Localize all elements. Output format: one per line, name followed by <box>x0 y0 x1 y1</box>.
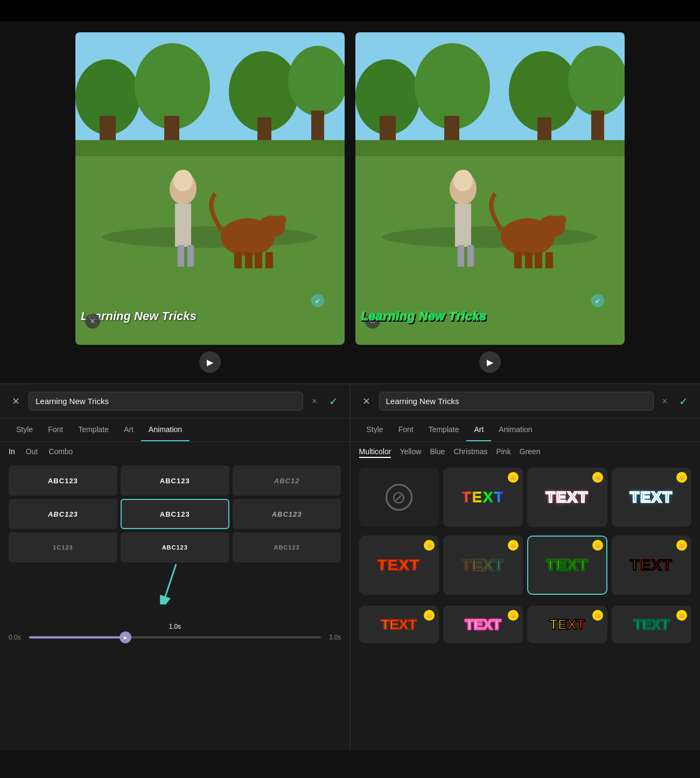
crown-orange: 👑 <box>424 540 435 551</box>
art-cell-multicolor[interactable]: 👑 TEXT <box>443 536 523 595</box>
svg-point-16 <box>173 170 193 191</box>
tab-right-animation[interactable]: Animation <box>491 419 540 441</box>
art-cell-b3[interactable]: 👑 TEXT <box>527 606 607 643</box>
anim-label-1: ABC123 <box>48 477 78 485</box>
crown-b1: 👑 <box>424 610 435 621</box>
art-cell-b1[interactable]: 👑 TEXT <box>359 606 439 643</box>
anim-cell-9[interactable]: ABC123 <box>233 532 341 562</box>
art-grid-row3: 👑 TEXT 👑 TEXT 👑 TEXT 👑 TEXT <box>351 601 701 648</box>
art-filter-row: Multicolor Yellow Blue Christmas Pink Gr… <box>351 442 701 463</box>
no-style-icon: ⊘ <box>386 484 412 511</box>
timeline-bar[interactable]: ▶ <box>29 636 321 638</box>
play-button-right[interactable]: ▶ <box>479 351 501 373</box>
art-label-pink: TEXT <box>546 489 589 506</box>
confirm-right-button[interactable]: ✓ <box>676 394 691 409</box>
tab-left-art[interactable]: Art <box>116 419 141 441</box>
anim-label-4: ABC123 <box>48 510 78 518</box>
svg-rect-14 <box>178 245 184 267</box>
caption-text-right: Learning New Tricks <box>361 309 487 323</box>
timeline-end: 3.0s <box>325 634 341 641</box>
filter-yellow[interactable]: Yellow <box>400 447 421 458</box>
text-input-left[interactable] <box>29 392 303 411</box>
art-label-multicolor: TEXT <box>461 557 505 574</box>
video-panel-left: ✕ Learning New Tricks ↙ ▶ <box>75 32 345 373</box>
tab-left-font[interactable]: Font <box>40 419 71 441</box>
art-cell-orange[interactable]: 👑 TEXT <box>359 536 439 595</box>
video-area: ✕ Learning New Tricks ↙ ▶ <box>0 22 700 384</box>
tab-left-animation[interactable]: Animation <box>141 419 190 441</box>
art-cell-b2[interactable]: 👑 TEXT <box>443 606 523 643</box>
svg-rect-20 <box>234 252 242 268</box>
art-cell-blue-outline[interactable]: 👑 TEXT <box>612 468 691 527</box>
art-cell-none[interactable]: ⊘ <box>359 468 439 527</box>
art-cell-rainbow[interactable]: 👑 TEXT <box>443 468 523 527</box>
top-bar <box>0 0 700 22</box>
timeline-fill <box>29 636 125 638</box>
clear-left-button[interactable]: × <box>309 395 320 407</box>
filter-pink[interactable]: Pink <box>496 447 510 458</box>
panel-right-header: ✕ × ✓ <box>351 384 701 419</box>
video-scene-right <box>355 32 625 345</box>
text-input-right[interactable] <box>379 392 654 411</box>
svg-rect-46 <box>535 252 542 268</box>
anim-cell-7[interactable]: 1C123 <box>9 532 117 562</box>
confirm-left-button[interactable]: ✓ <box>326 394 341 409</box>
art-cell-pink-outline[interactable]: 👑 TEXT <box>527 468 607 527</box>
video-frame-left: ✕ Learning New Tricks ↙ <box>75 32 345 345</box>
timeline-start: 0.0s <box>9 634 25 641</box>
anim-cell-5[interactable]: ABC123 <box>121 499 229 529</box>
close-right-button[interactable]: ✕ <box>359 394 374 408</box>
filter-green[interactable]: Green <box>520 447 541 458</box>
art-grid-row2: 👑 TEXT 👑 TEXT 👑 TEXT 👑 TEXT <box>351 531 701 599</box>
filter-blue[interactable]: Blue <box>430 447 445 458</box>
tab-left-template[interactable]: Template <box>71 419 116 441</box>
close-left-button[interactable]: ✕ <box>9 394 23 408</box>
svg-rect-45 <box>525 252 533 268</box>
anim-cell-3[interactable]: ABC12 <box>233 466 341 496</box>
svg-rect-13 <box>175 204 191 247</box>
anim-label-2: ABC123 <box>160 477 190 485</box>
timeline-area: 1.0s 0.0s ▶ 3.0s <box>0 614 350 650</box>
panel-right: ✕ × ✓ Style Font Template Art Animation … <box>351 384 701 750</box>
art-cell-green-yellow[interactable]: 👑 TEXT <box>527 536 607 595</box>
art-cell-b4[interactable]: 👑 TEXT <box>612 606 691 643</box>
close-caption-left[interactable]: ✕ <box>85 314 100 329</box>
filter-multicolor[interactable]: Multicolor <box>359 447 391 458</box>
svg-point-19 <box>276 216 286 224</box>
anim-cell-8[interactable]: ABC123 <box>121 532 229 562</box>
subtab-in[interactable]: In <box>9 447 15 456</box>
svg-line-49 <box>165 564 176 596</box>
clear-right-button[interactable]: × <box>659 395 670 407</box>
tab-left-style[interactable]: Style <box>9 419 40 441</box>
caption-overlay-left: ✕ Learning New Tricks ↙ <box>81 309 328 323</box>
resize-handle-right[interactable]: ↙ <box>591 294 604 307</box>
art-cell-dark-outline[interactable]: 👑 TEXT <box>612 536 691 595</box>
anim-cell-6[interactable]: ABC123 <box>233 499 341 529</box>
arrow-annotation <box>133 561 241 605</box>
anim-label-9: ABC123 <box>274 544 299 551</box>
timeline-thumb[interactable]: ▶ <box>120 631 131 643</box>
tab-right-style[interactable]: Style <box>359 419 391 441</box>
subtab-out[interactable]: Out <box>26 447 38 456</box>
video-panel-right: ✕ Learning New Tricks ↙ ▶ <box>355 32 625 373</box>
anim-cell-4[interactable]: ABC123 <box>9 499 117 529</box>
subtab-combo[interactable]: Combo <box>48 447 73 456</box>
anim-label-7: 1C123 <box>53 544 73 551</box>
anim-label-6: ABC123 <box>272 510 302 518</box>
resize-handle-left[interactable]: ↙ <box>311 294 324 307</box>
arrow-area <box>0 567 350 610</box>
play-button-left[interactable]: ▶ <box>199 351 221 373</box>
tab-right-art[interactable]: Art <box>466 419 491 441</box>
crown-b4: 👑 <box>676 610 687 621</box>
art-label-orange: TEXT <box>377 557 421 574</box>
anim-cell-1[interactable]: ABC123 <box>9 466 117 496</box>
filter-christmas[interactable]: Christmas <box>453 447 487 458</box>
svg-rect-38 <box>458 245 464 267</box>
tab-right-template[interactable]: Template <box>421 419 467 441</box>
anim-cell-2[interactable]: ABC123 <box>121 466 229 496</box>
art-label-b4: TEXT <box>634 616 669 633</box>
crown-green-yellow: 👑 <box>592 540 603 551</box>
animation-grid: ABC123 ABC123 ABC12 ABC123 ABC123 ABC123… <box>0 461 350 567</box>
panel-left: ✕ × ✓ Style Font Template Art Animation … <box>0 384 351 750</box>
tab-right-font[interactable]: Font <box>391 419 421 441</box>
